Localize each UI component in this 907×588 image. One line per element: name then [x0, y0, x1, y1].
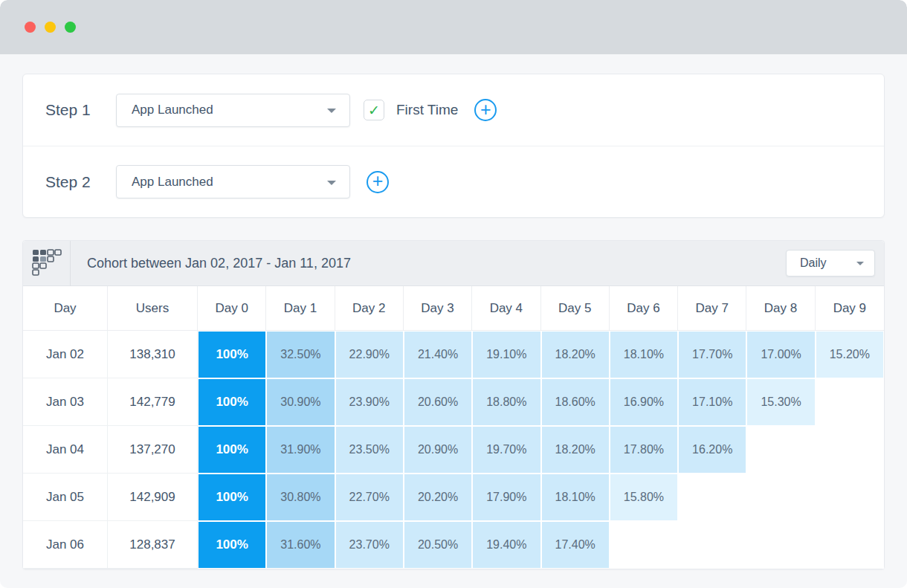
retention-value-cell[interactable]: 19.70%: [472, 426, 540, 474]
retention-value-cell[interactable]: 100%: [198, 331, 266, 378]
retention-value-cell[interactable]: 20.60%: [404, 378, 472, 426]
step-1-event-dropdown[interactable]: App Launched: [116, 94, 350, 127]
zoom-window-button[interactable]: [65, 22, 76, 33]
table-row: Jan 02138,310100%32.50%22.90%21.40%19.10…: [23, 331, 884, 378]
granularity-value: Daily: [800, 256, 827, 270]
cohort-day-cell: Jan 02: [23, 331, 108, 378]
steps-panel: Step 1 App Launched ✓ First Time + Step …: [22, 74, 885, 218]
retention-value-cell[interactable]: 21.40%: [404, 331, 472, 378]
retention-value-cell[interactable]: 17.00%: [746, 331, 815, 378]
retention-value-cell[interactable]: 23.50%: [335, 426, 404, 474]
app-window: Step 1 App Launched ✓ First Time + Step …: [0, 0, 907, 588]
cohort-day-cell: Jan 06: [23, 521, 108, 569]
retention-value-cell[interactable]: 15.30%: [746, 378, 815, 426]
retention-value-cell[interactable]: 18.10%: [541, 474, 610, 521]
cohort-grid-icon: [23, 241, 71, 286]
cohort-day-cell: Jan 05: [23, 474, 108, 521]
retention-empty-cell: [746, 521, 815, 569]
step-2-label: Step 2: [45, 173, 116, 191]
retention-value-cell[interactable]: 100%: [198, 378, 266, 426]
retention-empty-cell: [678, 521, 746, 569]
retention-value-cell[interactable]: 32.50%: [266, 331, 335, 378]
cohort-header: Cohort between Jan 02, 2017 - Jan 11, 20…: [23, 241, 884, 286]
cohort-title: Cohort between Jan 02, 2017 - Jan 11, 20…: [87, 256, 351, 271]
table-row: Jan 04137,270100%31.90%23.50%20.90%19.70…: [23, 426, 884, 474]
cohort-day-cell: Jan 04: [23, 426, 108, 474]
retention-value-cell[interactable]: 31.60%: [266, 521, 335, 569]
retention-value-cell[interactable]: 100%: [198, 426, 266, 474]
retention-value-cell[interactable]: 17.70%: [678, 331, 746, 378]
retention-value-cell[interactable]: 20.90%: [404, 426, 472, 474]
retention-value-cell[interactable]: 18.10%: [610, 331, 678, 378]
retention-value-cell[interactable]: 23.70%: [335, 521, 404, 569]
retention-value-cell[interactable]: 18.60%: [541, 378, 610, 426]
column-header-0: Day: [23, 286, 108, 331]
table-header-row: DayUsersDay 0Day 1Day 2Day 3Day 4Day 5Da…: [23, 286, 884, 331]
retention-value-cell[interactable]: 15.20%: [816, 331, 884, 378]
retention-value-cell[interactable]: 22.70%: [335, 474, 404, 521]
table-row: Jan 03142,779100%30.90%23.90%20.60%18.80…: [23, 378, 884, 426]
retention-value-cell[interactable]: 16.90%: [610, 378, 678, 426]
chevron-down-icon: [327, 181, 336, 185]
column-header-3: Day 1: [266, 286, 335, 331]
first-time-label: First Time: [396, 102, 458, 118]
retention-value-cell[interactable]: 18.80%: [472, 378, 540, 426]
column-header-8: Day 6: [610, 286, 678, 331]
retention-value-cell[interactable]: 15.80%: [610, 474, 678, 521]
retention-value-cell[interactable]: 20.50%: [404, 521, 472, 569]
retention-value-cell[interactable]: 23.90%: [335, 378, 404, 426]
cohort-users-cell: 142,909: [108, 474, 198, 521]
column-header-6: Day 4: [472, 286, 540, 331]
retention-value-cell[interactable]: 19.40%: [472, 521, 540, 569]
retention-value-cell[interactable]: 17.10%: [678, 378, 746, 426]
retention-value-cell[interactable]: 100%: [198, 474, 266, 521]
first-time-checkbox[interactable]: ✓: [364, 100, 384, 120]
granularity-dropdown[interactable]: Daily: [786, 250, 875, 277]
chevron-down-icon: [327, 109, 336, 113]
cohort-table: DayUsersDay 0Day 1Day 2Day 3Day 4Day 5Da…: [23, 286, 884, 569]
step-2-add-button[interactable]: +: [367, 171, 389, 193]
cohort-users-cell: 128,837: [108, 521, 198, 569]
column-header-1: Users: [108, 286, 198, 331]
retention-value-cell[interactable]: 17.80%: [610, 426, 678, 474]
close-window-button[interactable]: [25, 22, 36, 33]
table-row: Jan 05142,909100%30.80%22.70%20.20%17.90…: [23, 474, 884, 521]
retention-value-cell[interactable]: 17.90%: [472, 474, 540, 521]
column-header-11: Day 9: [816, 286, 884, 331]
step-1-label: Step 1: [45, 101, 116, 119]
retention-value-cell[interactable]: 19.10%: [472, 331, 540, 378]
retention-empty-cell: [678, 474, 746, 521]
retention-empty-cell: [746, 426, 815, 474]
retention-value-cell[interactable]: 16.20%: [678, 426, 746, 474]
retention-empty-cell: [816, 378, 884, 426]
cohort-users-cell: 138,310: [108, 331, 198, 378]
retention-value-cell[interactable]: 18.20%: [541, 331, 610, 378]
retention-value-cell[interactable]: 30.80%: [266, 474, 335, 521]
column-header-9: Day 7: [678, 286, 746, 331]
column-header-10: Day 8: [746, 286, 815, 331]
retention-value-cell[interactable]: 17.40%: [541, 521, 610, 569]
retention-empty-cell: [746, 474, 815, 521]
retention-value-cell[interactable]: 100%: [198, 521, 266, 569]
column-header-5: Day 3: [404, 286, 472, 331]
retention-value-cell[interactable]: 30.90%: [266, 378, 335, 426]
chevron-down-icon: [856, 262, 864, 265]
step-1-row: Step 1 App Launched ✓ First Time +: [23, 74, 884, 146]
retention-value-cell[interactable]: 18.20%: [541, 426, 610, 474]
window-titlebar: [0, 0, 907, 54]
step-2-row: Step 2 App Launched +: [23, 146, 884, 217]
retention-value-cell[interactable]: 31.90%: [266, 426, 335, 474]
column-header-4: Day 2: [335, 286, 404, 331]
checkmark-icon: ✓: [368, 103, 380, 117]
cohort-users-cell: 137,270: [108, 426, 198, 474]
cohort-users-cell: 142,779: [108, 378, 198, 426]
retention-value-cell[interactable]: 20.20%: [404, 474, 472, 521]
retention-value-cell[interactable]: 22.90%: [335, 331, 404, 378]
step-2-event-dropdown[interactable]: App Launched: [116, 165, 350, 198]
step-2-event-value: App Launched: [132, 175, 213, 190]
retention-empty-cell: [610, 521, 678, 569]
minimize-window-button[interactable]: [45, 22, 56, 33]
column-header-7: Day 5: [541, 286, 610, 331]
cohort-panel: Cohort between Jan 02, 2017 - Jan 11, 20…: [22, 240, 885, 569]
step-1-add-button[interactable]: +: [474, 99, 497, 121]
